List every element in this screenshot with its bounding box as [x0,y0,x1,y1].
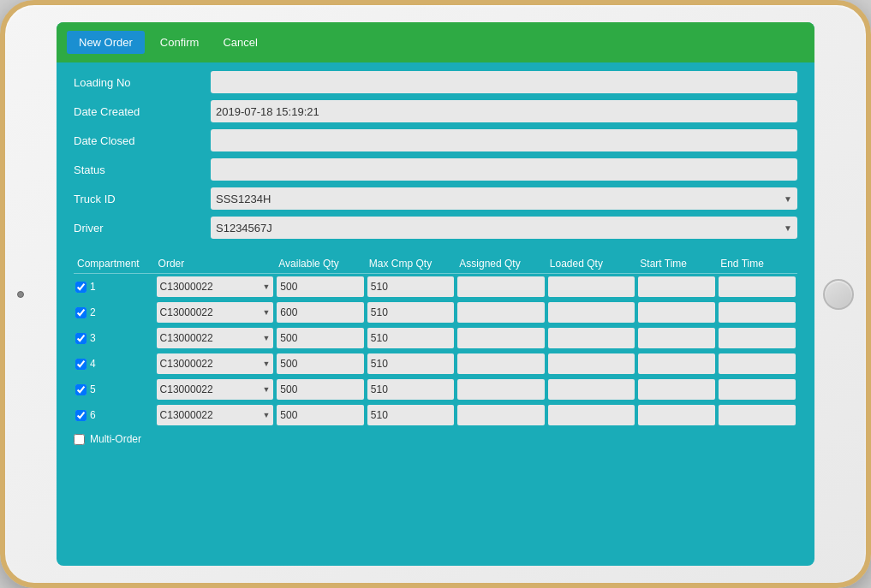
col-header-available-qty: Available Qty [275,254,366,274]
driver-row: Driver S1234567J [74,217,797,239]
loaded-qty-input-4[interactable] [548,353,635,374]
col-header-compartment: Compartment [74,254,155,274]
table-row: 4 C13000022 [74,351,797,377]
date-created-input[interactable] [211,100,797,122]
assigned-qty-input-1[interactable] [457,276,545,297]
confirm-button[interactable]: Confirm [152,31,208,54]
truck-id-select[interactable]: SSS1234H [211,187,797,210]
order-select-wrap-1: C13000022 [157,276,274,297]
screen: New Order Confirm Cancel Loading No Date… [57,22,814,566]
toolbar: New Order Confirm Cancel [57,22,814,62]
max-cmp-qty-input-5[interactable] [367,379,455,400]
loaded-qty-input-6[interactable] [548,405,635,425]
end-time-input-4[interactable] [719,353,796,374]
assigned-qty-input-6[interactable] [457,405,545,425]
driver-select-wrapper: S1234567J [211,217,797,239]
comp-number-3: 3 [90,332,96,344]
end-time-input-3[interactable] [719,328,796,348]
compartment-table: Compartment Order Available Qty Max Cmp … [74,254,797,428]
table-header-row: Compartment Order Available Qty Max Cmp … [74,254,797,274]
max-cmp-qty-input-4[interactable] [367,353,455,374]
assigned-qty-input-5[interactable] [457,379,545,400]
loaded-qty-input-1[interactable] [548,276,635,297]
driver-select[interactable]: S1234567J [211,217,797,239]
assigned-qty-input-2[interactable] [457,302,545,323]
assigned-qty-input-3[interactable] [457,328,545,348]
driver-label: Driver [74,222,211,235]
col-header-assigned-qty: Assigned Qty [456,254,546,274]
date-created-label: Date Created [74,105,211,118]
start-time-input-5[interactable] [638,379,715,400]
tablet-left-button [17,291,24,298]
tablet-home-button[interactable] [823,279,854,310]
truck-id-row: Truck ID SSS1234H [74,187,797,210]
table-section: Compartment Order Available Qty Max Cmp … [57,254,814,566]
tablet-device: New Order Confirm Cancel Loading No Date… [0,0,871,588]
table-row: 6 C13000022 [74,402,797,428]
comp-checkbox-2[interactable] [75,307,87,318]
status-input[interactable] [211,158,797,181]
avail-qty-input-3[interactable] [277,328,364,348]
loaded-qty-input-2[interactable] [548,302,635,323]
order-select-6[interactable]: C13000022 [157,405,274,425]
date-created-row: Date Created [74,100,797,122]
table-row: 2 C13000022 [74,300,797,325]
avail-qty-input-1[interactable] [277,276,364,297]
order-select-wrap-6: C13000022 [157,405,274,425]
order-select-3[interactable]: C13000022 [157,328,274,348]
order-select-wrap-4: C13000022 [157,353,274,374]
max-cmp-qty-input-3[interactable] [367,328,455,348]
col-header-max-cmp-qty: Max Cmp Qty [366,254,456,274]
comp-checkbox-6[interactable] [75,410,87,421]
loading-no-row: Loading No [74,71,797,93]
loading-no-input[interactable] [211,71,797,93]
comp-number-6: 6 [90,409,96,421]
cancel-button[interactable]: Cancel [214,31,265,54]
assigned-qty-input-4[interactable] [457,353,545,374]
new-order-button[interactable]: New Order [67,31,145,54]
status-row: Status [74,158,797,181]
avail-qty-input-2[interactable] [277,302,364,323]
loaded-qty-input-5[interactable] [548,379,635,400]
comp-number-5: 5 [90,383,96,395]
table-row: 3 C13000022 [74,325,797,351]
multi-order-label: Multi-Order [90,433,141,445]
start-time-input-1[interactable] [638,276,715,297]
order-select-1[interactable]: C13000022 [157,276,274,297]
comp-checkbox-4[interactable] [75,359,87,370]
loading-no-label: Loading No [74,76,211,89]
table-row: 1 C13000022 [74,274,797,300]
start-time-input-3[interactable] [638,328,715,348]
start-time-input-2[interactable] [638,302,715,323]
col-header-start-time: Start Time [636,254,717,274]
max-cmp-qty-input-1[interactable] [367,276,455,297]
col-header-loaded-qty: Loaded Qty [546,254,637,274]
col-header-end-time: End Time [717,254,797,274]
comp-number-2: 2 [90,306,96,318]
loaded-qty-input-3[interactable] [548,328,635,348]
start-time-input-4[interactable] [638,353,715,374]
end-time-input-6[interactable] [719,405,796,425]
end-time-input-1[interactable] [719,276,796,297]
form-section: Loading No Date Created Date Closed Stat… [57,62,814,254]
comp-checkbox-1[interactable] [75,282,87,293]
max-cmp-qty-input-2[interactable] [367,302,455,323]
end-time-input-5[interactable] [719,379,796,400]
col-header-order: Order [155,254,276,274]
avail-qty-input-4[interactable] [277,353,364,374]
start-time-input-6[interactable] [638,405,715,425]
truck-id-select-wrapper: SSS1234H [211,187,797,210]
comp-checkbox-3[interactable] [75,333,87,344]
order-select-4[interactable]: C13000022 [157,353,274,374]
avail-qty-input-5[interactable] [277,379,364,400]
multi-order-checkbox[interactable] [74,434,85,445]
order-select-2[interactable]: C13000022 [157,302,274,323]
max-cmp-qty-input-6[interactable] [367,405,455,425]
date-closed-input[interactable] [211,129,797,151]
end-time-input-2[interactable] [719,302,796,323]
truck-id-label: Truck ID [74,193,211,205]
order-select-5[interactable]: C13000022 [157,379,274,400]
avail-qty-input-6[interactable] [277,405,364,425]
comp-checkbox-5[interactable] [75,384,87,395]
order-select-wrap-2: C13000022 [157,302,274,323]
